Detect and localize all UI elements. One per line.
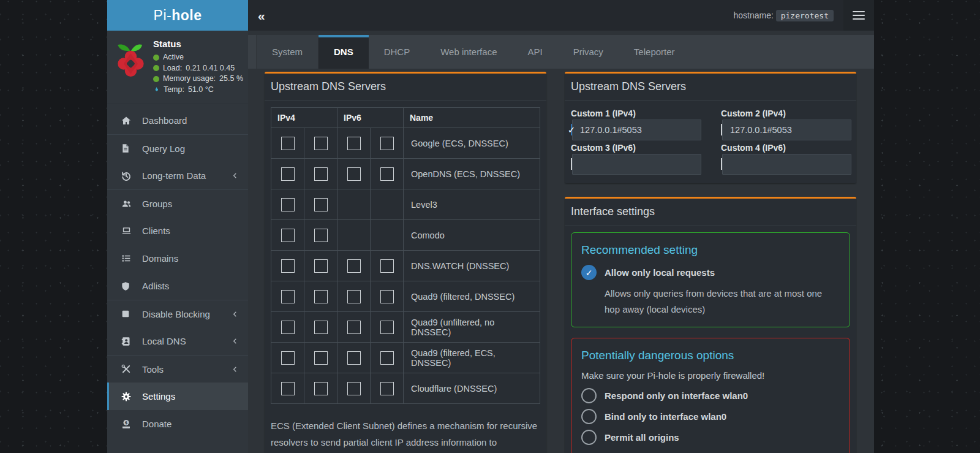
status-dot-icon [153, 76, 159, 82]
sidebar-item-settings[interactable]: Settings [107, 383, 248, 410]
radio-unchecked-icon[interactable] [581, 409, 597, 424]
upstream-checkbox[interactable] [281, 137, 295, 150]
chevron-left-icon [232, 172, 238, 180]
dns-server-row: Quad9 (filtered, ECS, DNSSEC) [271, 343, 540, 373]
upstream-checkbox[interactable] [380, 321, 394, 334]
main-area: « hostname: pizerotest System DNS DHCP W… [248, 0, 874, 453]
custom-dns-field-4: Custom 4 (IPv6) [721, 140, 850, 175]
upstream-checkbox[interactable] [314, 198, 328, 211]
home-icon [121, 115, 132, 126]
radio-option-bind-only: Bind only to interface wlan0 [581, 409, 840, 424]
sidebar-item-domains[interactable]: Domains [107, 245, 248, 272]
upstream-checkbox[interactable] [347, 351, 361, 365]
upstream-checkbox[interactable] [281, 198, 295, 211]
column-header-ipv6: IPv6 [337, 108, 404, 128]
dns-server-name: Quad9 (filtered, ECS, DNSSEC) [404, 343, 540, 373]
sidebar-item-groups[interactable]: Groups [107, 189, 248, 217]
upstream-checkbox[interactable] [314, 290, 328, 303]
status-memory-row: Memory usage: 25.5 % [153, 74, 243, 85]
status-info: Status Active Load: 0.21 0.41 0.45 Memor… [153, 39, 243, 95]
tab-privacy[interactable]: Privacy [558, 35, 619, 69]
custom-dns-input-2[interactable] [722, 120, 851, 140]
upstream-checkbox[interactable] [347, 259, 361, 273]
upstream-checkbox[interactable] [380, 382, 394, 395]
upstream-checkbox[interactable] [314, 259, 328, 273]
upstream-checkbox[interactable] [281, 382, 295, 395]
sidebar-item-adlists[interactable]: Adlists [107, 272, 248, 300]
upstream-checkbox[interactable] [314, 351, 328, 365]
status-temp-row: Temp: 51.0 °C [153, 85, 243, 96]
ecs-note: ECS (Extended Client Subnet) defines a m… [271, 418, 540, 453]
upstream-checkbox[interactable] [314, 137, 328, 150]
chevron-left-icon [232, 310, 238, 318]
upstream-checkbox[interactable] [380, 167, 394, 181]
sidebar-item-local-dns[interactable]: Local DNS [107, 327, 248, 355]
upstream-checkbox[interactable] [314, 321, 328, 334]
tab-web-interface[interactable]: Web interface [425, 35, 512, 69]
upstream-checkbox[interactable] [281, 290, 295, 303]
field-label: Custom 4 (IPv6) [721, 143, 850, 153]
tools-icon [121, 364, 132, 375]
upstream-checkbox[interactable] [380, 137, 394, 150]
dns-server-row: OpenDNS (ECS, DNSSEC) [271, 159, 540, 189]
sidebar-item-disable-blocking[interactable]: Disable Blocking [107, 300, 248, 327]
sidebar-item-long-term-data[interactable]: Long-term Data [107, 162, 248, 189]
hamburger-menu-button[interactable] [843, 0, 874, 31]
upstream-checkbox[interactable] [281, 167, 295, 181]
upstream-checkbox[interactable] [380, 259, 394, 273]
sidebar-item-dashboard[interactable]: Dashboard [107, 107, 248, 134]
upstream-checkbox[interactable] [281, 321, 295, 334]
custom-dns-input-3[interactable] [572, 154, 701, 175]
sidebar-item-clients[interactable]: Clients [107, 217, 248, 245]
brand-logo[interactable]: Pi-hole [107, 0, 248, 31]
tab-system[interactable]: System [256, 35, 318, 69]
address-book-icon [121, 335, 132, 347]
tab-dhcp[interactable]: DHCP [369, 35, 426, 69]
upstream-checkbox[interactable] [347, 321, 361, 334]
users-icon [121, 198, 132, 210]
status-heading: Status [153, 39, 243, 49]
firewall-warning: Make sure your Pi-hole is properly firew… [581, 370, 840, 381]
card-title: Upstream DNS Servers [565, 74, 856, 101]
custom-dns-checkbox-4[interactable] [721, 158, 722, 170]
dns-server-name: DNS.WATCH (DNSSEC) [404, 251, 540, 281]
field-label: Custom 1 (IPv4) [571, 108, 700, 118]
sidebar-collapse-icon[interactable]: « [258, 9, 265, 22]
history-icon [121, 170, 132, 181]
tab-api[interactable]: API [512, 35, 557, 69]
custom-dns-checkbox-3[interactable] [571, 158, 572, 170]
custom-dns-checkbox-2[interactable] [721, 124, 722, 135]
upstream-checkbox[interactable] [314, 382, 328, 395]
top-navbar: « hostname: pizerotest [248, 0, 874, 31]
recommended-setting-heading: Recommended setting [581, 243, 840, 257]
file-icon [121, 143, 132, 154]
custom-dns-checkbox-1[interactable] [571, 124, 572, 135]
sidebar-item-tools[interactable]: Tools [107, 355, 248, 383]
custom-dns-card: Upstream DNS Servers Custom 1 (IPv4) Cus… [565, 72, 856, 183]
upstream-checkbox[interactable] [281, 229, 295, 242]
status-load-row: Load: 0.21 0.41 0.45 [153, 63, 243, 74]
upstream-checkbox[interactable] [347, 167, 361, 181]
sidebar-item-donate[interactable]: $ Donate [107, 410, 248, 438]
tab-dns[interactable]: DNS [318, 35, 369, 69]
upstream-checkbox[interactable] [281, 259, 295, 273]
upstream-checkbox[interactable] [380, 351, 394, 365]
upstream-checkbox[interactable] [347, 137, 361, 150]
tab-teleporter[interactable]: Teleporter [619, 35, 690, 69]
dns-server-name: OpenDNS (ECS, DNSSEC) [404, 159, 540, 189]
upstream-checkbox[interactable] [347, 290, 361, 303]
radio-unchecked-icon[interactable] [581, 388, 597, 403]
laptop-icon [121, 225, 132, 237]
upstream-checkbox[interactable] [314, 229, 328, 242]
upstream-checkbox[interactable] [314, 167, 328, 181]
radio-option-permit-all: Permit all origins [581, 430, 840, 445]
upstream-checkbox[interactable] [380, 290, 394, 303]
upstream-checkbox[interactable] [347, 382, 361, 395]
card-title: Interface settings [565, 199, 856, 226]
radio-unchecked-icon[interactable] [581, 430, 597, 445]
radio-checked-icon[interactable] [581, 265, 597, 280]
custom-dns-input-4[interactable] [722, 154, 851, 175]
sidebar-item-query-log[interactable]: Query Log [107, 134, 248, 162]
custom-dns-input-1[interactable] [572, 120, 701, 140]
upstream-checkbox[interactable] [281, 351, 295, 365]
